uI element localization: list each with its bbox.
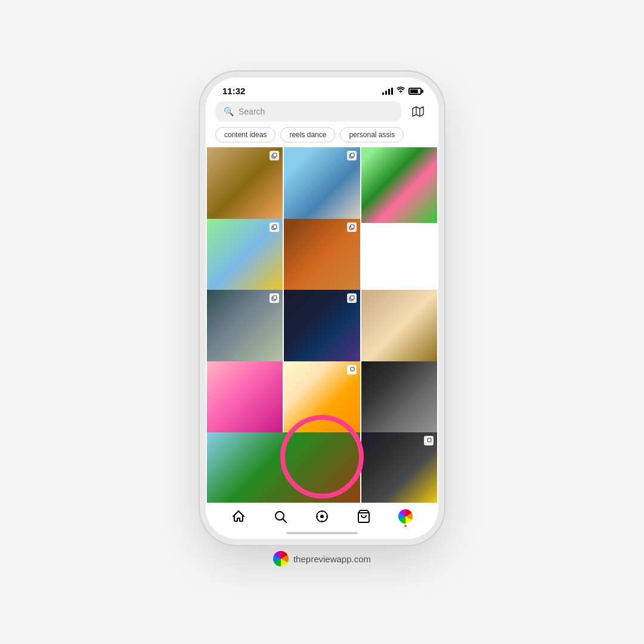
bottom-nav [206,503,438,527]
multi-badge [424,436,434,445]
filter-chips: content ideas reels dance personal assis [206,127,438,147]
search-bar-container: 🔍 Search [206,101,438,127]
phone-frame: 11:32 [206,78,438,539]
wifi-icon [397,86,405,95]
nav-home[interactable] [231,509,246,524]
nav-profile[interactable] [398,509,413,524]
grid-item[interactable] [361,432,437,503]
multi-badge [270,293,279,303]
svg-rect-9 [351,225,354,228]
search-placeholder: Search [239,107,393,116]
svg-rect-7 [273,225,277,228]
chip-reels-dance[interactable]: reels dance [280,127,335,143]
multi-badge [270,222,279,232]
home-bar [286,532,358,534]
grid-item[interactable] [207,219,283,295]
svg-line-19 [283,519,287,523]
status-icons [382,86,422,95]
phone-notch [283,78,361,94]
multi-badge [347,222,357,232]
brand-footer: thepreviewapp.com [273,551,371,566]
grid-item[interactable] [207,290,283,366]
multi-badge [347,365,357,374]
grid-item[interactable] [284,290,360,366]
grid-item[interactable]: FROM WEDDINGS TO BRANDING [207,432,360,503]
svg-rect-5 [351,153,354,157]
brand-logo [273,551,289,566]
home-indicator [206,527,438,539]
nav-search[interactable] [273,509,287,524]
grid-item[interactable] [284,219,360,295]
search-input-wrapper[interactable]: 🔍 Search [215,101,401,122]
multi-badge [347,293,357,303]
map-icon-button[interactable] [407,101,429,122]
grid-item[interactable] [361,147,437,223]
grid-item[interactable] [207,147,283,223]
nav-shop[interactable] [357,509,371,524]
grid-item[interactable] [361,361,437,437]
svg-rect-11 [273,296,277,299]
grid-item[interactable] [284,147,360,223]
svg-rect-17 [428,438,431,442]
grid-item[interactable] [207,361,283,437]
chip-content-ideas[interactable]: content ideas [215,127,275,143]
notification-dot [404,525,407,527]
multi-badge [270,151,279,160]
svg-rect-3 [273,153,277,157]
photo-grid: FROM WEDDINGS TO BRANDING [206,147,438,503]
status-time: 11:32 [222,86,245,96]
battery-icon [408,88,422,95]
phone-wrapper: 11:32 [203,78,441,566]
grid-item[interactable] [361,290,437,366]
brand-name: thepreviewapp.com [293,554,371,564]
grid-item[interactable] [284,361,360,437]
svg-rect-13 [351,296,354,299]
multi-badge [347,151,357,160]
nav-reels[interactable] [315,509,329,524]
chip-personal-assis[interactable]: personal assis [340,127,404,143]
svg-rect-15 [351,367,354,371]
search-icon: 🔍 [224,107,234,116]
signal-icon [382,88,393,95]
svg-point-21 [320,515,324,518]
